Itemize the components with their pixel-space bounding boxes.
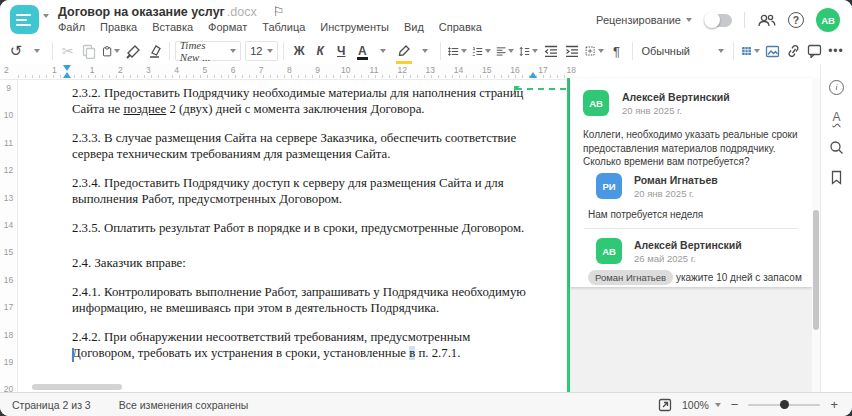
comment-avatar: РИ [596, 173, 622, 199]
paste-button[interactable] [100, 40, 122, 62]
comment-avatar: АВ [583, 90, 609, 116]
cut-button[interactable]: ✂ [58, 40, 78, 62]
first-line-indent-marker[interactable] [63, 65, 71, 71]
increase-indent-button[interactable] [562, 40, 582, 62]
ruler-number: 4 [163, 65, 191, 75]
help-icon[interactable]: ? [788, 12, 804, 28]
paragraph-style-select[interactable]: Обычный [637, 41, 728, 61]
comment-date: 20 янв 2025 г. [622, 105, 682, 116]
bookmark-icon[interactable] [828, 168, 846, 186]
undo-button[interactable]: ↺ [6, 40, 26, 62]
clear-style-button[interactable] [144, 40, 164, 62]
comment-thread-card[interactable]: АВ Алексей Вертинский 20 янв 2025 г. Кол… [570, 78, 812, 287]
chevron-down-icon [686, 18, 692, 22]
ruler-number: 9 [0, 80, 17, 107]
align-left-button[interactable] [494, 40, 516, 62]
italic-button[interactable]: К [310, 40, 330, 62]
document-title-ext: .docx [227, 5, 257, 19]
scrollbar-thumb[interactable] [813, 210, 819, 330]
zoom-in-button[interactable]: + [830, 397, 838, 412]
highlight-caret[interactable] [415, 40, 435, 62]
logo-caret-icon[interactable] [43, 14, 49, 18]
header: Договор на оказание услуг .docx ⚐ ФайлПр… [0, 0, 852, 38]
text-cursor [72, 348, 74, 362]
search-icon[interactable] [828, 138, 846, 156]
horizontal-ruler[interactable]: 2 1 123456789101112131415161718 [0, 64, 567, 80]
document-text: 2.3.2. Предоставить Подрядчику необходим… [72, 85, 534, 374]
underline-button[interactable]: Ч [331, 40, 351, 62]
ruler-number: 9 [304, 65, 332, 75]
toolbar-divider [283, 42, 284, 60]
menu-item[interactable]: Файл [58, 21, 85, 33]
format-painter-button[interactable] [123, 40, 143, 62]
ruler-number: 3 [134, 65, 162, 75]
header-divider [744, 12, 745, 28]
review-toggle[interactable] [704, 14, 732, 27]
zoom-select[interactable]: 100% [682, 399, 721, 411]
bold-button[interactable]: Ж [289, 40, 309, 62]
right-indent-marker[interactable] [529, 72, 537, 78]
info-icon[interactable]: i [828, 78, 846, 96]
favorite-flag-icon[interactable]: ⚐ [273, 4, 285, 19]
avatar[interactable]: АВ [816, 8, 840, 32]
menu-item[interactable]: Таблица [262, 21, 305, 33]
paragraph: 2.4. Заказчик вправе: [72, 255, 534, 271]
ruler-number: 7 [247, 65, 275, 75]
ruler-numbers: 123456789101112131415161718 [78, 65, 585, 75]
left-indent-marker[interactable] [63, 72, 71, 78]
menu-item[interactable]: Инструменты [320, 21, 389, 33]
insert-link-button[interactable] [784, 40, 804, 62]
font-size-select[interactable]: 12 [245, 41, 278, 61]
menu-item[interactable]: Справка [439, 21, 482, 33]
insert-table-button[interactable] [739, 40, 762, 62]
line-spacing-button[interactable] [517, 40, 540, 62]
commented-text[interactable]: позднее [123, 102, 166, 116]
zoom-out-button[interactable]: − [731, 397, 739, 412]
font-color-caret[interactable] [373, 40, 393, 62]
copy-button[interactable] [79, 40, 99, 62]
font-name-select[interactable]: Times New ... [175, 41, 241, 61]
font-size-value: 12 [250, 45, 262, 57]
numbered-list-button[interactable] [470, 40, 493, 62]
highlight-button[interactable] [394, 40, 414, 62]
toolbar: ↺ ✂ Times New ... 12 Ж К Ч А [0, 38, 852, 64]
comment-author: Роман Игнатьев [634, 174, 718, 186]
users-icon[interactable] [757, 13, 776, 28]
ruler-number: 16 [0, 272, 17, 299]
fit-to-width-icon[interactable] [658, 398, 672, 412]
nonprinting-chars-button[interactable]: ¶ [607, 40, 627, 62]
paragraph-text: 2 (двух) дней с момента заключения Догов… [166, 102, 424, 116]
app-logo-icon[interactable] [10, 5, 39, 34]
review-mode-select[interactable]: Рецензирование [596, 14, 692, 26]
zoom-slider[interactable] [748, 404, 820, 406]
decrease-indent-button[interactable] [541, 40, 561, 62]
paragraph: 2.3.3. В случае размещения Сайта на серв… [72, 130, 534, 162]
insert-image-button[interactable] [763, 40, 783, 62]
comment-button[interactable] [805, 40, 825, 62]
mention-chip[interactable]: Роман Игнатьев [588, 270, 673, 285]
ruler-number: 2 [106, 65, 134, 75]
spellcheck-icon[interactable]: А [828, 108, 846, 126]
comment-text: Коллеги, необходимо указать реальные сро… [583, 128, 801, 169]
ruler-number: 18 [0, 327, 17, 354]
horizontal-scrollbar[interactable] [32, 384, 122, 390]
font-color-button[interactable]: А [352, 40, 372, 62]
font-color-letter: А [358, 46, 367, 56]
menu-item[interactable]: Правка [100, 21, 137, 33]
ruler-number: 14 [0, 217, 17, 244]
zoom-slider-knob[interactable] [780, 400, 789, 409]
borders-button[interactable] [583, 40, 605, 62]
ruler-number: 11 [360, 65, 388, 75]
vertical-scrollbar[interactable] [812, 78, 820, 392]
menu-item[interactable]: Формат [208, 21, 247, 33]
more-button[interactable]: ••• [826, 40, 846, 62]
comment-text: Роман Игнатьев укажите 10 дней с запасом [588, 270, 806, 285]
vertical-ruler[interactable]: 91011121314151617181920 [0, 80, 18, 392]
menu-item[interactable]: Вставка [152, 21, 193, 33]
document-page[interactable]: 2.3.2. Предоставить Подрядчику необходим… [18, 80, 567, 392]
undo-caret[interactable] [27, 40, 47, 62]
page-indicator[interactable]: Страница 2 из 3 [12, 399, 91, 411]
bullet-list-button[interactable] [446, 40, 469, 62]
menu-item[interactable]: Вид [404, 21, 424, 33]
ruler-number: 13 [0, 190, 17, 217]
